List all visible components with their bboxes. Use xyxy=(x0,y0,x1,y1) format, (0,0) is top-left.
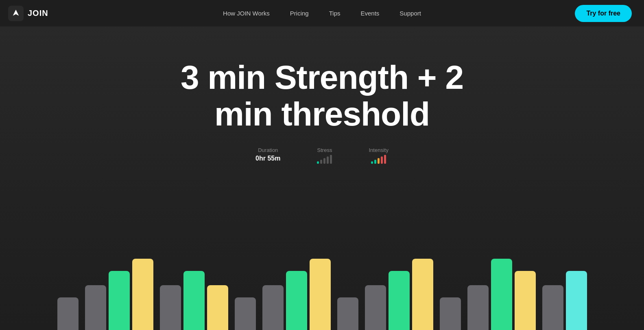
chart-group-2 xyxy=(85,259,153,330)
chart-bar-gray-2 xyxy=(85,285,106,330)
chart-bar-gray-9 xyxy=(467,285,489,330)
hero-title: 3 min Strength + 2 min threshold xyxy=(164,59,481,132)
chart-group-3 xyxy=(160,271,228,330)
intensity-bars xyxy=(371,155,386,164)
logo-icon xyxy=(8,6,24,21)
stress-label: Stress xyxy=(317,147,332,153)
nav-tips[interactable]: Tips xyxy=(329,10,341,17)
logo-link[interactable]: JOIN xyxy=(8,6,48,21)
nav-support[interactable]: Support xyxy=(399,10,421,17)
chart-bar-gray-8 xyxy=(440,297,461,330)
stress-bar-2 xyxy=(320,160,322,164)
chart-group-10 xyxy=(542,271,587,330)
intensity-bar-2 xyxy=(374,160,376,164)
chart-bar-green-2 xyxy=(109,271,130,330)
stats-row: Duration 0hr 55m Stress Intensity xyxy=(255,147,389,164)
nav-links: How JOIN Works Pricing Tips Events Suppo… xyxy=(223,10,421,17)
intensity-bar-1 xyxy=(371,161,373,164)
chart-group-8 xyxy=(440,297,461,330)
intensity-bar-3 xyxy=(378,158,380,164)
chart-bar-gray-10 xyxy=(542,285,563,330)
stress-bar-4 xyxy=(327,156,329,164)
chart-bar-gray-7 xyxy=(365,285,386,330)
intensity-bar-5 xyxy=(384,155,386,164)
nav-pricing[interactable]: Pricing xyxy=(290,10,309,17)
stat-intensity: Intensity xyxy=(369,147,388,164)
chart-bar-gray-1 xyxy=(57,297,79,330)
logo-text: JOIN xyxy=(28,9,48,18)
stress-bar-5 xyxy=(330,155,332,164)
stat-stress: Stress xyxy=(317,147,332,164)
chart-bar-gray-5 xyxy=(262,285,284,330)
chart-group-1 xyxy=(57,297,79,330)
chart-bar-gray-6 xyxy=(337,297,358,330)
chart-bar-green-7 xyxy=(389,271,410,330)
try-free-button[interactable]: Try for free xyxy=(575,5,632,22)
logo-arrow-icon xyxy=(11,9,20,18)
stress-bar-1 xyxy=(317,161,319,164)
chart-bar-cyan-10 xyxy=(566,271,587,330)
intensity-label: Intensity xyxy=(369,147,388,153)
chart-area xyxy=(0,249,644,330)
main-content: 3 min Strength + 2 min threshold Duratio… xyxy=(0,0,644,330)
intensity-bar-4 xyxy=(381,156,383,164)
chart-bar-yellow-9 xyxy=(515,271,536,330)
chart-bar-green-3 xyxy=(183,271,205,330)
chart-group-4 xyxy=(235,297,256,330)
duration-value: 0hr 55m xyxy=(255,155,280,162)
chart-bar-green-9 xyxy=(491,259,512,330)
stress-bars xyxy=(317,155,332,164)
chart-bar-yellow-2 xyxy=(132,259,153,330)
chart-bar-yellow-5 xyxy=(310,259,331,330)
stress-bar-3 xyxy=(323,158,325,164)
nav-events[interactable]: Events xyxy=(360,10,379,17)
duration-label: Duration xyxy=(258,147,278,153)
stat-duration: Duration 0hr 55m xyxy=(255,147,280,162)
chart-group-7 xyxy=(365,259,433,330)
chart-bar-yellow-3 xyxy=(207,285,228,330)
chart-bar-green-5 xyxy=(286,271,307,330)
chart-group-5 xyxy=(262,259,331,330)
navbar: JOIN How JOIN Works Pricing Tips Events … xyxy=(0,0,644,26)
nav-how-join-works[interactable]: How JOIN Works xyxy=(223,10,270,17)
chart-group-9 xyxy=(467,259,536,330)
chart-group-6 xyxy=(337,297,358,330)
chart-bar-gray-4 xyxy=(235,297,256,330)
chart-bar-gray-3 xyxy=(160,285,181,330)
chart-bar-yellow-7 xyxy=(412,259,433,330)
